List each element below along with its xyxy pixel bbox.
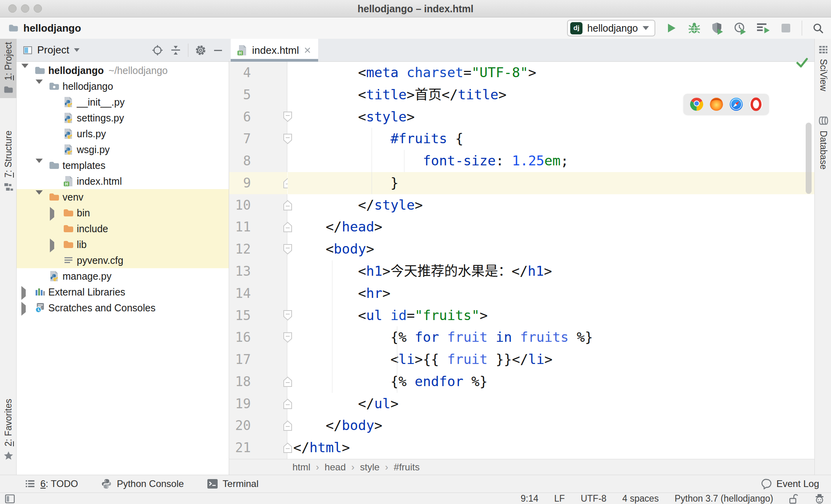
collapsed-arrow-icon[interactable]	[21, 290, 26, 297]
code-line[interactable]: <h1>今天推荐的水果是：</h1>	[288, 260, 814, 282]
code-line[interactable]: #fruits {	[288, 128, 814, 150]
breadcrumb-html[interactable]: html	[292, 462, 310, 473]
close-icon[interactable]	[303, 46, 312, 55]
right-toolwindow-strip: SciViewDatabase	[814, 39, 831, 475]
run-configuration-select[interactable]: dj hellodjango	[567, 20, 655, 36]
code-line[interactable]: </ul>	[288, 393, 814, 415]
status-indent-style[interactable]: 4 spaces	[622, 493, 659, 504]
toolwindow-terminal-label: Terminal	[223, 478, 259, 489]
tree-item-label: templates	[63, 160, 105, 171]
status-line-separator[interactable]: LF	[554, 493, 565, 504]
opera-icon[interactable]	[749, 97, 763, 111]
tree-item-venv[interactable]: venv	[17, 189, 229, 205]
search-icon[interactable]	[811, 21, 825, 35]
unlock-icon[interactable]	[789, 493, 799, 504]
code-area[interactable]: <meta charset="UTF-8"> <title>首页</title>…	[288, 62, 814, 459]
window-title: hellodjango – index.html	[0, 0, 831, 17]
hector-inspector-icon[interactable]	[814, 493, 825, 504]
tree-item-templates[interactable]: templates	[17, 157, 229, 173]
collapse-all-icon[interactable]	[170, 44, 182, 56]
toolwindow-favorites[interactable]: 2: Favorites	[0, 396, 17, 465]
code-line[interactable]: <meta charset="UTF-8">	[288, 62, 814, 84]
stop-icon[interactable]	[779, 21, 793, 35]
toolwindow-sciview[interactable]: SciView	[815, 41, 831, 94]
tree-item-hellodjango[interactable]: hellodjango~/hellodjango	[17, 63, 229, 78]
toolwindow-event-log[interactable]: Event Log	[761, 478, 831, 489]
tree-item-scratches-and-consoles[interactable]: Scratches and Consoles	[17, 300, 229, 316]
project-view-selector[interactable]: Project	[17, 44, 152, 56]
expanded-arrow-icon[interactable]	[36, 163, 43, 170]
tree-item-manage-py[interactable]: manage.py	[17, 268, 229, 284]
breadcrumb-head[interactable]: head	[324, 462, 345, 473]
profiler-icon[interactable]	[733, 21, 747, 35]
code-line[interactable]: </html>	[288, 437, 814, 459]
code-line[interactable]: {% endfor %}	[288, 371, 814, 393]
safari-icon[interactable]	[729, 97, 743, 111]
tab-index-html[interactable]: H index.html	[231, 39, 318, 62]
code-line[interactable]: <hr>	[288, 282, 814, 305]
status-caret-position[interactable]: 9:14	[521, 493, 539, 504]
debug-icon[interactable]	[687, 21, 701, 35]
toolwindow-terminal[interactable]: Terminal	[207, 478, 259, 489]
breadcrumb[interactable]: hellodjango	[23, 22, 81, 34]
breadcrumb-style[interactable]: style	[360, 462, 379, 473]
code-line[interactable]: }	[288, 172, 814, 194]
hide-panel-icon[interactable]	[213, 45, 223, 55]
run-concurrency-icon[interactable]	[756, 21, 770, 35]
toolwindow-python-console[interactable]: Python Console	[101, 478, 184, 489]
expanded-arrow-icon[interactable]	[36, 84, 43, 91]
settings-gear-icon[interactable]	[195, 44, 207, 56]
toolwindow-structure-label: 7: Structure	[3, 131, 14, 178]
code-line[interactable]: {% for fruit in fruits %}	[288, 326, 814, 349]
collapsed-arrow-icon[interactable]	[50, 210, 54, 218]
code-line[interactable]: font-size: 1.25em;	[288, 150, 814, 172]
project-folder-icon	[3, 84, 14, 95]
toolwindow-database[interactable]: Database	[815, 112, 831, 172]
collapsed-arrow-icon[interactable]	[21, 305, 26, 313]
tree-item-pyvenv-cfg[interactable]: pyvenv.cfg	[17, 252, 229, 268]
breadcrumb-fruits[interactable]: #fruits	[394, 462, 419, 473]
project-panel-title: Project	[37, 44, 69, 56]
html-file-icon: H	[236, 44, 248, 56]
gutter-line: 21	[229, 437, 287, 459]
code-editor[interactable]: 456789101112131415161718192021 <meta cha…	[229, 62, 814, 459]
tree-item-hellodjango[interactable]: hellodjango	[17, 78, 229, 94]
folder-ex-icon	[48, 191, 60, 203]
code-line[interactable]: </style>	[288, 194, 814, 216]
tree-item-label: lib	[77, 239, 87, 250]
collapsed-arrow-icon[interactable]	[50, 242, 54, 249]
expanded-arrow-icon[interactable]	[21, 68, 28, 75]
run-with-coverage-icon[interactable]	[710, 21, 724, 35]
tree-item-label: settings.py	[77, 112, 124, 124]
code-line[interactable]: </body>	[288, 415, 814, 437]
code-line[interactable]: </head>	[288, 216, 814, 238]
tree-item-settings-py[interactable]: settings.py	[17, 110, 229, 126]
code-line[interactable]: <li>{{ fruit }}</li>	[288, 349, 814, 371]
code-line[interactable]: <body>	[288, 238, 814, 260]
tree-item-external-libraries[interactable]: External Libraries	[17, 284, 229, 300]
tree-item--init-py[interactable]: __init__.py	[17, 94, 229, 110]
locate-icon[interactable]	[152, 44, 163, 56]
editor-scrollbar-thumb[interactable]	[806, 123, 812, 194]
toolwindow-project-label: 1: Project	[3, 42, 14, 80]
tree-item-bin[interactable]: bin	[17, 205, 229, 221]
chrome-icon[interactable]	[690, 97, 704, 111]
toolwindow-todo[interactable]: 6: TODO	[25, 478, 78, 489]
tree-item-lib[interactable]: lib	[17, 237, 229, 252]
toolwindow-structure[interactable]: 7: Structure	[0, 127, 17, 195]
status-python-interpreter[interactable]: Python 3.7 (hellodjango)	[675, 493, 773, 504]
status-file-encoding[interactable]: UTF-8	[581, 493, 606, 504]
toolwindow-switcher-icon[interactable]	[5, 494, 15, 504]
tree-item-index-html[interactable]: Hindex.html	[17, 173, 229, 189]
firefox-icon[interactable]	[710, 97, 723, 111]
code-line[interactable]: <ul id="fruits">	[288, 305, 814, 327]
run-icon[interactable]	[664, 21, 678, 35]
toolwindow-project[interactable]: 1: Project	[0, 39, 17, 98]
gutter-line: 13	[229, 260, 287, 282]
inspection-ok-check-icon[interactable]	[796, 58, 808, 68]
python-icon	[101, 478, 112, 489]
tree-item-include[interactable]: include	[17, 221, 229, 237]
tree-item-wsgi-py[interactable]: wsgi.py	[17, 142, 229, 157]
expanded-arrow-icon[interactable]	[36, 195, 43, 202]
tree-item-urls-py[interactable]: urls.py	[17, 126, 229, 142]
